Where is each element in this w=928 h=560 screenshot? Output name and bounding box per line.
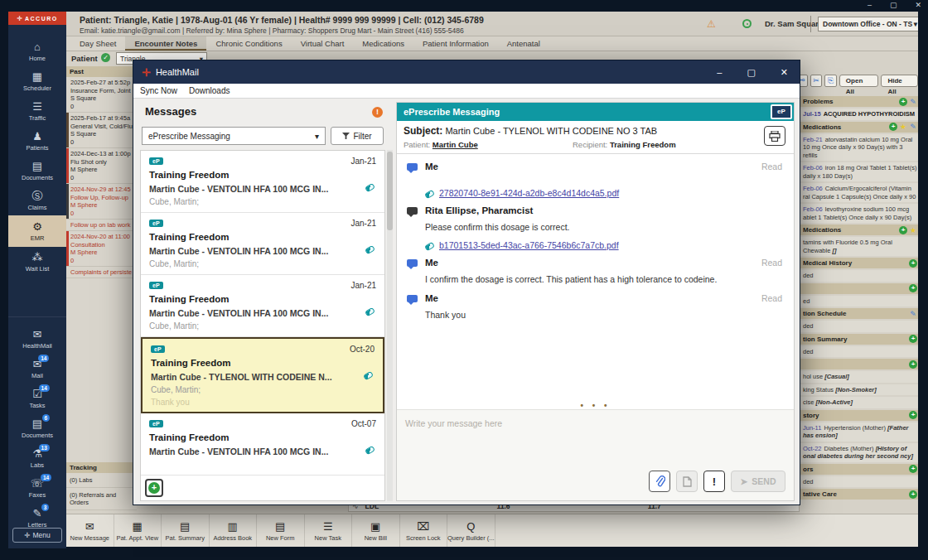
window-close-button[interactable]: ✕ [915, 1, 921, 9]
sidebar-item-scheduler[interactable]: ▦Scheduler [8, 66, 66, 96]
tracking-labs[interactable]: (0) Labs [66, 473, 137, 488]
open-all-button[interactable]: Open All [839, 75, 879, 87]
pat-appt-view-button[interactable]: ▦Pat. Appt. View [114, 514, 162, 547]
section-header[interactable]: Medical History+ [800, 258, 918, 268]
dialog-close-button[interactable]: ✕ [781, 67, 788, 78]
hide-all-button[interactable]: Hide All [881, 75, 918, 87]
tab-antenatal[interactable]: Antenatal [498, 36, 549, 51]
message-list-item[interactable]: ePJan-21Training FreedomMartin Cube - VE… [141, 213, 384, 275]
attach-file-button[interactable] [649, 471, 670, 492]
edit-icon[interactable]: ✎ [909, 98, 917, 106]
section-header[interactable]: Medications+★ [800, 224, 918, 235]
new-task-button[interactable]: ☰New Task [305, 514, 353, 547]
sidebar-item-traffic[interactable]: ☰Traffic [8, 96, 66, 126]
add-icon[interactable]: + [909, 411, 917, 419]
new-conversation-button[interactable]: + [145, 479, 163, 497]
add-icon[interactable]: + [889, 123, 897, 131]
section-header[interactable]: tion Summary+ [800, 334, 918, 345]
sidebar-item-mail[interactable]: ✉14Mail [8, 354, 66, 384]
section-header[interactable]: Problems+✎ [800, 96, 918, 107]
sidebar-item-wait-list[interactable]: ⁂Wait List [8, 247, 66, 277]
sidebar-item-tasks[interactable]: ☑14Tasks [8, 384, 66, 413]
star-icon[interactable]: ★ [899, 123, 907, 131]
sync-status-icon[interactable] [742, 19, 752, 28]
add-icon[interactable]: + [909, 284, 917, 292]
window-minimize-button[interactable]: – [868, 1, 872, 9]
tab-day-sheet[interactable]: Day Sheet [70, 36, 125, 51]
print-icon[interactable]: ⎘ [824, 75, 837, 87]
section-header[interactable]: tion Schedule✎ [800, 308, 918, 319]
screen-lock-button[interactable]: ⌧Screen Lock [400, 514, 448, 547]
dialog-titlebar[interactable]: ✛ HealthMail – ▢ ✕ [133, 60, 800, 84]
sidebar-item-faxes[interactable]: ☏14Faxes [8, 473, 66, 503]
edit-icon[interactable]: ✎ [909, 310, 917, 318]
message-list-item[interactable]: ePOct-07Training FreedomMartin Cube - VE… [141, 413, 384, 476]
menu-button[interactable]: ✛ Menu [12, 528, 62, 543]
new-message-button[interactable]: ✉New Message [66, 514, 114, 547]
past-entry[interactable]: 2025-Feb-17 at 9:45aGeneral Visit, Cold/… [66, 113, 137, 148]
attachment-link[interactable]: b1701513-5ded-43ac-a766-7546b6c7a7cb.pdf [439, 240, 619, 250]
sidebar-item-emr[interactable]: ⚙EMR [8, 215, 66, 247]
attach-document-button[interactable] [676, 471, 698, 492]
sidebar-item-healthmail[interactable]: ✉HealthMail [8, 324, 66, 354]
sidebar-item-documents[interactable]: ▤6Documents [8, 413, 66, 443]
message-list-item[interactable]: ePJan-21Training FreedomMartin Cube - VE… [141, 275, 384, 337]
sync-now-menu-item[interactable]: Sync Now [140, 86, 177, 95]
tab-patient-information[interactable]: Patient Information [413, 36, 498, 51]
add-icon[interactable]: + [899, 226, 907, 234]
section-header[interactable]: ors+ [800, 464, 918, 475]
sidebar-item-documents[interactable]: ▤Documents [8, 156, 66, 186]
section-header[interactable]: Medications+★✎ [800, 122, 918, 133]
tab-chronic-conditions[interactable]: Chronic Conditions [206, 36, 291, 51]
past-entry[interactable]: 2024-Nov-29 at 12:45Follow Up, Follow-up… [66, 184, 137, 220]
section-header[interactable]: story+ [800, 410, 918, 421]
address-book-button[interactable]: ▥Address Book [210, 514, 258, 547]
send-button[interactable]: ➤ SEND [731, 471, 785, 492]
past-entry[interactable]: 2024-Nov-20 at 11:00ConsultationM Sphere… [66, 231, 137, 267]
sidebar-item-labs[interactable]: ⚗13Labs [8, 443, 66, 473]
add-icon[interactable]: + [899, 98, 907, 106]
tracking-referrals[interactable]: (0) Referrals and Orders [66, 488, 137, 510]
attachment-link[interactable]: 27820740-8e91-424d-a2db-e8c4d14dc4a5.pdf [439, 188, 619, 198]
sidebar-item-claims[interactable]: ⓈClaims [8, 186, 66, 215]
urgent-flag-button[interactable]: ! [703, 471, 725, 492]
new-form-button[interactable]: ▤New Form [257, 514, 305, 547]
section-header[interactable]: + [800, 359, 918, 369]
window-maximize-button[interactable]: ▢ [890, 1, 897, 9]
message-list-scrollbar-thumb[interactable] [387, 152, 393, 230]
message-list-item[interactable]: ePOct-20Training FreedomMartin Cube - TY… [141, 337, 384, 413]
tab-encounter-notes[interactable]: Encounter Notes [125, 36, 206, 51]
message-list-item[interactable]: ePJan-21Training FreedomMartin Cube - VE… [141, 151, 384, 213]
add-icon[interactable]: + [909, 465, 917, 473]
downloads-menu-item[interactable]: Downloads [189, 86, 230, 95]
query-builder--button[interactable]: QQuery Builder (... [447, 514, 495, 547]
add-icon[interactable]: + [909, 490, 917, 499]
compose-input[interactable]: Write your message here [405, 418, 502, 428]
tab-virtual-chart[interactable]: Virtual Chart [292, 36, 354, 51]
sidebar-item-patients[interactable]: ♟Patients [8, 126, 66, 156]
dialog-minimize-button[interactable]: – [717, 67, 722, 77]
warning-icon[interactable]: ⚠ [707, 18, 716, 30]
section-header[interactable]: tative Care+ [800, 489, 918, 500]
star-icon[interactable]: ★ [909, 226, 917, 234]
past-entry[interactable]: 2024-Dec-13 at 1:00pFlu Shot onlyM Spher… [66, 148, 137, 184]
past-entry[interactable]: 2025-Feb-27 at 5:52pInsurance Form, Join… [66, 77, 137, 113]
add-icon[interactable]: + [909, 335, 917, 343]
filter-button[interactable]: Filter [331, 127, 384, 145]
attach-icon[interactable]: ✂ [810, 75, 823, 87]
tracking-panel-header[interactable]: Tracking [66, 462, 137, 473]
print-button[interactable] [764, 126, 785, 146]
tab-medications[interactable]: Medications [353, 36, 413, 51]
office-select[interactable]: Downtown Office - ON - TS ▾ [818, 17, 918, 31]
sidebar-item-home[interactable]: ⌂Home [8, 36, 66, 66]
dialog-maximize-button[interactable]: ▢ [747, 67, 755, 78]
new-bill-button[interactable]: ▣New Bill [352, 514, 400, 547]
section-header[interactable]: + [800, 283, 918, 294]
pat-summary-button[interactable]: ▤Pat. Summary [162, 514, 210, 547]
add-icon[interactable]: + [909, 259, 917, 268]
add-icon[interactable]: + [909, 360, 917, 369]
past-panel-header[interactable]: Past [66, 66, 137, 77]
edit-icon[interactable]: ✎ [909, 123, 917, 131]
message-type-select[interactable]: ePrescribe Messaging ▾ [142, 127, 326, 145]
patient-link[interactable]: Martin Cube [433, 140, 478, 149]
